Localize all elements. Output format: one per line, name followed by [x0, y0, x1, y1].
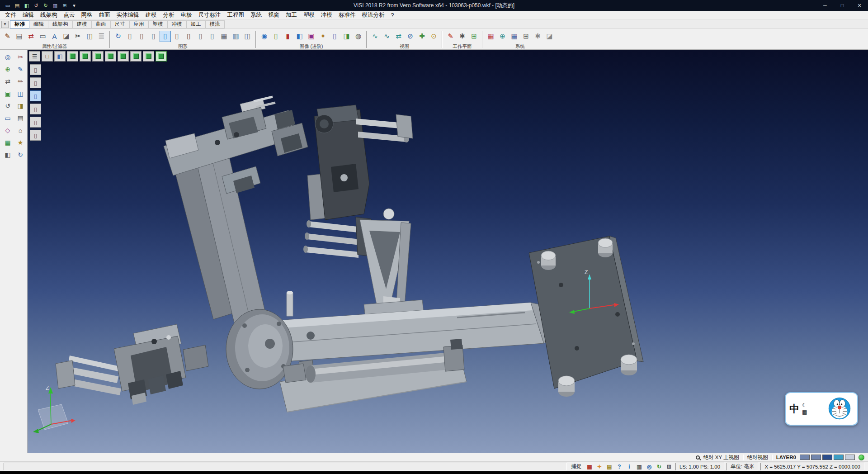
img-star-icon[interactable]: ✦ — [317, 31, 329, 42]
view-cube-front-icon[interactable] — [92, 51, 104, 62]
status-indicator-icon[interactable] — [859, 455, 864, 460]
sb-grid-red-icon[interactable]: ▦ — [585, 463, 594, 470]
view-swap-icon[interactable]: ⇄ — [393, 31, 404, 42]
tab-2[interactable]: 线架构 — [48, 20, 73, 28]
lt-redo-icon[interactable]: ↻ — [15, 150, 26, 160]
view-target-icon[interactable]: ⊙ — [428, 31, 439, 42]
qa-redo-icon[interactable]: ↻ — [42, 1, 50, 9]
snap-label[interactable]: 捕捉 — [569, 463, 583, 470]
view-cube-top-icon[interactable] — [80, 51, 91, 62]
ime-language-indicator[interactable]: 中 — [789, 402, 799, 416]
side-toggle-1[interactable]: ▯ — [30, 64, 41, 75]
view-cube-right-icon[interactable] — [105, 51, 116, 62]
menu-item-3[interactable]: 点云 — [61, 11, 78, 19]
qa-more-icon[interactable]: ▾ — [70, 1, 78, 9]
tab-dropdown-button[interactable]: ▼ — [1, 21, 9, 28]
lt-solid-icon[interactable]: ▣ — [2, 89, 13, 99]
menu-item-2[interactable]: 线架构 — [37, 11, 61, 19]
lt-panel-icon[interactable]: ◫ — [15, 89, 26, 99]
menu-item-17[interactable]: 标准件 — [335, 11, 359, 19]
lt-half-icon[interactable]: ◨ — [15, 101, 26, 111]
display-window-icon[interactable]: □ — [42, 51, 53, 62]
attr-menu-icon[interactable]: ☰ — [96, 31, 107, 42]
view-cube-iso-icon[interactable] — [67, 51, 78, 62]
view-null-icon[interactable]: ⊘ — [405, 31, 416, 42]
layer-color-2[interactable] — [811, 455, 821, 460]
gfx-cylinder-2-icon[interactable]: ▯ — [136, 31, 147, 42]
sb-help-icon[interactable]: ? — [615, 463, 623, 470]
tab-1[interactable]: 编辑 — [29, 20, 48, 28]
view-wave-2-icon[interactable]: ∿ — [381, 31, 392, 42]
img-cylinder-green-icon[interactable]: ▯ — [270, 31, 282, 42]
sb-rows-icon[interactable]: ▥ — [635, 463, 643, 470]
render-mode-icon[interactable]: ◧ — [54, 51, 66, 62]
layer-color-1[interactable] — [800, 455, 810, 460]
lt-home-icon[interactable]: ⌂ — [15, 125, 26, 135]
cad-model[interactable]: Z Z — [28, 50, 868, 453]
layer-color-3[interactable] — [822, 455, 832, 460]
view-cube-back-icon[interactable] — [130, 51, 142, 62]
qa-save-icon[interactable]: ◧ — [23, 1, 31, 9]
gfx-cylinder-4-icon[interactable]: ▯ — [171, 31, 183, 42]
tab-0[interactable]: 标准 — [10, 20, 29, 28]
lt-mesh-icon[interactable]: ▦ — [2, 137, 13, 147]
sb-info-icon[interactable]: i — [625, 463, 633, 470]
menu-item-12[interactable]: 系统 — [247, 11, 265, 19]
sys-slant-icon[interactable]: ◪ — [544, 31, 555, 42]
sys-table-icon[interactable]: ▦ — [509, 31, 520, 42]
close-button[interactable]: ✕ — [851, 0, 868, 11]
sys-grid-icon[interactable]: ⊞ — [520, 31, 532, 42]
attr-half-icon[interactable]: ◪ — [61, 31, 72, 42]
wp-grid-icon[interactable]: ⊞ — [468, 31, 480, 42]
lt-shade-icon[interactable]: ◧ — [2, 150, 13, 160]
tab-7[interactable]: 塑模 — [149, 20, 168, 28]
lt-rows-icon[interactable]: ▤ — [15, 113, 26, 123]
qa-new-icon[interactable]: ▭ — [4, 1, 12, 9]
view-orientation-label[interactable]: 绝对 XY 上视图 — [703, 454, 739, 461]
lt-frame-icon[interactable]: ▭ — [2, 113, 13, 123]
minimize-button[interactable]: ─ — [816, 0, 834, 11]
qa-grid-icon[interactable]: ⊞ — [61, 1, 69, 9]
menu-item-0[interactable]: 文件 — [2, 11, 19, 19]
view-cube-bottom-icon[interactable] — [143, 51, 154, 62]
maximize-button[interactable]: □ — [834, 0, 851, 11]
menu-item-18[interactable]: 模流分析 — [359, 11, 388, 19]
lt-diamond-icon[interactable]: ◇ — [2, 125, 13, 135]
tab-9[interactable]: 加工 — [187, 20, 206, 28]
img-half-blue-icon[interactable]: ◧ — [294, 31, 305, 42]
wp-gear-icon[interactable]: ✱ — [457, 31, 468, 42]
menu-item-7[interactable]: 建模 — [142, 11, 160, 19]
lt-rotate-icon[interactable]: ↺ — [2, 101, 13, 111]
menu-item-1[interactable]: 编辑 — [19, 11, 37, 19]
units-field[interactable]: 单位: 毫米 — [726, 463, 758, 470]
viewport-menu-icon[interactable]: ☰ — [29, 51, 40, 62]
tab-4[interactable]: 曲面 — [92, 20, 111, 28]
sb-target-icon[interactable]: ◎ — [645, 463, 653, 470]
lt-point-icon[interactable]: ⊕ — [2, 64, 13, 74]
part-lower-gripper[interactable] — [56, 324, 208, 405]
menu-item-16[interactable]: 冲模 — [318, 11, 335, 19]
img-box-purple-icon[interactable]: ▣ — [306, 31, 317, 42]
lt-select-icon[interactable]: ◎ — [2, 52, 13, 62]
tab-8[interactable]: 冲模 — [168, 20, 187, 28]
sys-globe-icon[interactable]: ⊕ — [497, 31, 508, 42]
layer-color-5[interactable] — [845, 455, 855, 460]
sb-note-icon[interactable]: ▤ — [605, 463, 613, 470]
part-mounting-plate[interactable] — [529, 236, 643, 397]
tab-10[interactable]: 模流 — [206, 20, 225, 28]
qa-open-icon[interactable]: ▤ — [13, 1, 21, 9]
tab-6[interactable]: 应用 — [130, 20, 149, 28]
lt-sketch-icon[interactable]: ✎ — [15, 64, 26, 74]
menu-item-4[interactable]: 网格 — [78, 11, 96, 19]
lt-star-icon[interactable]: ★ — [15, 137, 26, 147]
gfx-grid-icon[interactable]: ▦ — [218, 31, 230, 42]
menu-item-10[interactable]: 尺寸标注 — [195, 11, 224, 19]
side-toggle-4[interactable]: ▯ — [30, 104, 41, 114]
gfx-refresh-icon[interactable]: ↻ — [113, 31, 124, 42]
ime-halfmoon-icon[interactable]: ☾ — [802, 403, 807, 408]
gfx-cylinder-6-icon[interactable]: ▯ — [195, 31, 206, 42]
ime-toolbar[interactable]: 中 ☾▦ — [785, 392, 858, 426]
taskbar-edge[interactable] — [0, 471, 868, 474]
menu-item-5[interactable]: 曲面 — [96, 11, 113, 19]
attr-layers-icon[interactable]: ◫ — [84, 31, 95, 42]
